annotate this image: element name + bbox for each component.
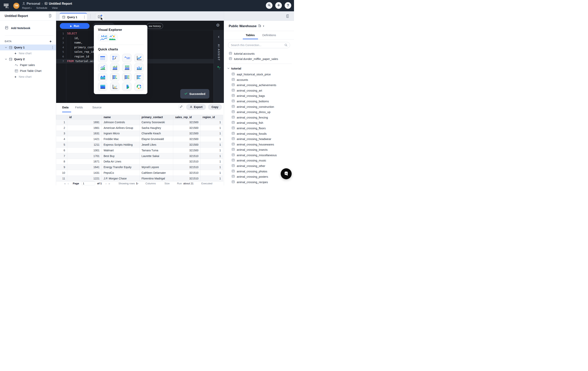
app-root: TM Personal › Untitled Report Report▾ Sc… [0, 0, 294, 185]
showing-rows-range: 1- [136, 182, 138, 185]
search-button[interactable] [266, 2, 273, 9]
new-button[interactable] [275, 2, 282, 9]
schema-tutorial[interactable]: tutorial [224, 65, 294, 71]
table-item-animal-crossing-bags[interactable]: animal_crossing_bags [224, 93, 294, 99]
column-header-primary-contact[interactable]: primary_contact [140, 115, 173, 120]
tab-source[interactable]: Source [92, 106, 102, 109]
table-item-animal-crossing-bottoms[interactable]: animal_crossing_bottoms [224, 99, 294, 104]
sidebar-new-chart-button[interactable]: +New chart [0, 74, 56, 80]
table-item-animal-crossing-music[interactable]: animal_crossing_music [224, 158, 294, 163]
quick-chart-pie[interactable] [122, 82, 132, 91]
quick-chart-scatter[interactable] [110, 82, 119, 91]
quick-chart-grouped-bar[interactable] [134, 73, 144, 81]
tab-tables[interactable]: Tables [246, 33, 255, 37]
item-kebab-menu[interactable] [52, 46, 53, 49]
table-item-animal-crossing-housewares[interactable]: animal_crossing_housewares [224, 142, 294, 147]
sidebar-new-chart-button[interactable]: +New chart [0, 50, 56, 56]
table-item-animal-crossing-achievements[interactable]: animal_crossing_achievements [224, 82, 294, 88]
table-item-animal-crossing-miscellaneous[interactable]: animal_crossing_miscellaneous [224, 152, 294, 158]
table-item-animal-crossing-fencing[interactable]: animal_crossing_fencing [224, 115, 294, 120]
next-page-button[interactable]: › [105, 182, 107, 185]
quick-chart-grouped-column[interactable] [134, 63, 144, 72]
connection-search-input[interactable] [228, 42, 290, 48]
tab-definitions[interactable]: Definitions [262, 33, 276, 37]
gear-icon[interactable]: ⚙ [215, 23, 221, 27]
quick-chart-line[interactable] [134, 54, 144, 62]
table-item-animal-crossing-fish[interactable]: animal_crossing_fish [224, 120, 294, 126]
table-item-animal-crossing-construction[interactable]: animal_crossing_construction [224, 104, 294, 110]
quick-charts-label: Quick charts [98, 48, 118, 51]
tab-query-1[interactable]: Query 1 [60, 13, 87, 21]
menu-schedule[interactable]: Schedule [36, 6, 47, 9]
export-button[interactable]: Export [186, 104, 206, 110]
tab-fields[interactable]: Fields [75, 106, 83, 109]
column-header-sales-rep-id[interactable]: sales_rep_id [173, 115, 200, 120]
menu-view[interactable]: View [52, 6, 58, 9]
table-item-animal-crossing-dress-up[interactable]: animal_crossing_dress_up [224, 109, 294, 115]
quick-chart-table[interactable] [98, 54, 107, 62]
prev-page-button[interactable]: ‹ [67, 182, 70, 185]
quick-chart-stacked-column[interactable] [110, 63, 119, 72]
sidebar-item-paper-sales[interactable]: 2Paper sales [0, 62, 56, 68]
table-icon [231, 153, 237, 157]
menu-report[interactable]: Report▾ [22, 6, 32, 9]
table-item-animal-crossing-recipes[interactable]: animal_crossing_recipes [224, 180, 294, 185]
breadcrumb-workspace[interactable]: Personal [27, 2, 40, 5]
chat-widget-button[interactable] [281, 168, 292, 179]
quick-chart-combo-line-bar[interactable] [98, 63, 107, 72]
breadcrumb-report-title[interactable]: Untitled Report [49, 2, 72, 5]
table-item-animal-crossing-floors[interactable]: animal_crossing_floors [224, 126, 294, 131]
columns-menu[interactable]: Columns [146, 182, 156, 185]
column-header-id[interactable]: id [67, 115, 102, 120]
page-input[interactable] [81, 181, 95, 185]
quick-chart-pivot-table[interactable] [110, 54, 119, 62]
quick-chart-stacked-bar[interactable] [110, 73, 119, 81]
table-item-accounts[interactable]: accounts [224, 77, 294, 83]
report-title: Untitled Report [5, 14, 47, 18]
copy-button[interactable]: Copy [208, 104, 222, 110]
first-page-button[interactable]: « [63, 182, 67, 185]
help-button[interactable]: ? [285, 2, 291, 9]
sparkles-icon[interactable] [216, 65, 221, 70]
table-icon [231, 121, 237, 125]
add-data-button[interactable]: + [48, 39, 53, 43]
run-time-value: about 21 [183, 182, 194, 185]
ai-assist-expand-button[interactable] [216, 35, 221, 39]
quick-chart-stacked-column-100[interactable] [122, 63, 132, 72]
table-item-animal-crossing-insects[interactable]: animal_crossing_insects [224, 147, 294, 153]
quick-chart-stacked-bar-100[interactable] [122, 73, 132, 81]
table-item-animal-crossing-headwear[interactable]: animal_crossing_headwear [224, 136, 294, 142]
column-header-name[interactable]: name [102, 115, 140, 120]
view-history-button[interactable]: ew history [147, 23, 163, 29]
table-item-aapl-historical-stock-price[interactable]: aapl_historical_stock_price [224, 72, 294, 77]
last-page-button[interactable]: » [107, 182, 111, 185]
sidebar-item-query-2[interactable]: Query 2 [0, 56, 56, 62]
quick-chart-donut[interactable] [134, 82, 144, 91]
column-header-region-id[interactable]: region_id [200, 115, 223, 120]
quick-chart-area[interactable] [98, 73, 107, 81]
new-chart-tab-button[interactable] [95, 13, 105, 21]
area-chart-icon [99, 74, 106, 80]
table-item-animal-crossing-fossils[interactable]: animal_crossing_fossils [224, 131, 294, 137]
size-menu[interactable]: Size [164, 182, 169, 185]
visual-explorer-tile-button[interactable] [98, 34, 117, 41]
collapse-schema-panel-button[interactable] [286, 14, 291, 19]
app-logo-button[interactable] [2, 2, 10, 10]
tab-data[interactable]: Data [62, 106, 69, 109]
avatar[interactable]: TM [13, 3, 19, 9]
add-notebook-button[interactable]: Add Notebook [5, 26, 56, 30]
sidebar-item-query-1[interactable]: Query 1 [0, 45, 56, 50]
recent-table-accounts[interactable]: tutorial.accounts [224, 51, 294, 56]
quick-chart-big-number[interactable]: 123 [122, 54, 132, 62]
connection-selector[interactable]: Public Warehouse ▾ [224, 21, 294, 31]
run-button[interactable]: ▶Run [60, 23, 90, 29]
share-link-button[interactable] [178, 104, 184, 110]
table-item-animal-crossing-other[interactable]: animal_crossing_other [224, 163, 294, 169]
table-item-animal-crossing-art[interactable]: animal_crossing_art [224, 88, 294, 93]
sidebar-item-pivot-table-chart[interactable]: Pivot Table Chart [0, 68, 56, 74]
collapse-sidebar-button[interactable] [47, 13, 52, 19]
recent-table-dunder-mifflin-paper-sales[interactable]: tutorial.dunder_mifflin_paper_sales [224, 56, 294, 62]
visual-explorer-icon [98, 34, 117, 41]
quick-chart-area-100[interactable] [98, 82, 107, 91]
tab-kebab-menu[interactable] [84, 16, 85, 19]
